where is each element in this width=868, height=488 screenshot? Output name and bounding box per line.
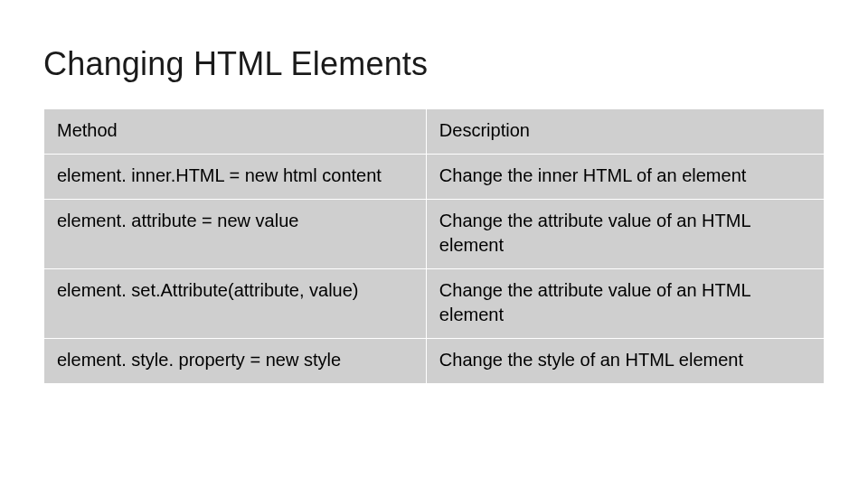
- cell-description: Change the inner HTML of an element: [426, 155, 824, 200]
- table-header-row: Method Description: [44, 109, 825, 155]
- cell-description: Change the style of an HTML element: [426, 339, 824, 384]
- header-description: Description: [426, 109, 824, 155]
- table-row: element. set.Attribute(attribute, value)…: [44, 269, 825, 339]
- cell-method: element. set.Attribute(attribute, value): [44, 269, 427, 339]
- table-row: element. attribute = new value Change th…: [44, 200, 825, 269]
- cell-description: Change the attribute value of an HTML el…: [426, 200, 824, 269]
- slide-title: Changing HTML Elements: [43, 45, 825, 83]
- methods-table: Method Description element. inner.HTML =…: [43, 108, 825, 384]
- table-row: element. inner.HTML = new html content C…: [44, 155, 825, 200]
- cell-description: Change the attribute value of an HTML el…: [426, 269, 824, 339]
- cell-method: element. attribute = new value: [44, 200, 427, 269]
- header-method: Method: [44, 109, 427, 155]
- cell-method: element. style. property = new style: [44, 339, 427, 384]
- table-row: element. style. property = new style Cha…: [44, 339, 825, 384]
- cell-method: element. inner.HTML = new html content: [44, 155, 427, 200]
